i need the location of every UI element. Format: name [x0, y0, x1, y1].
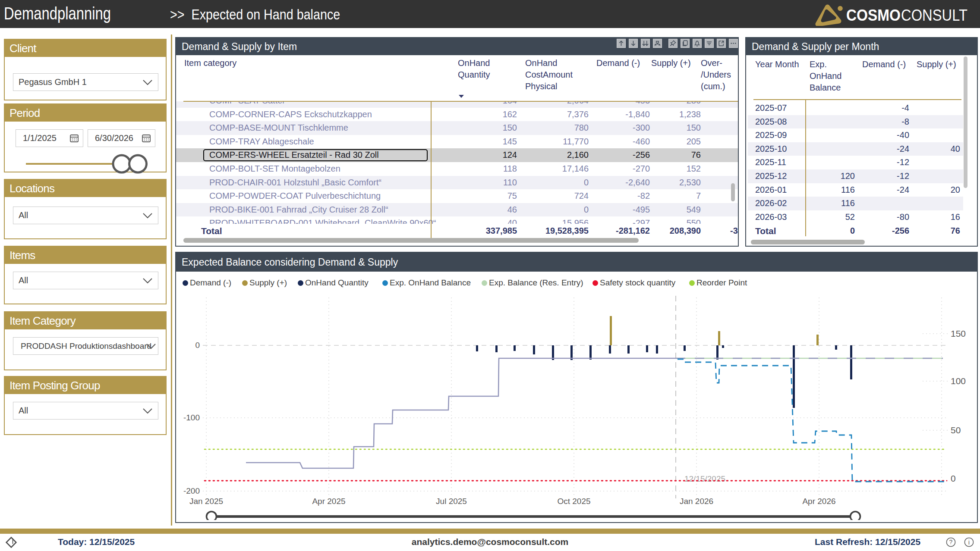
svg-text:CONSULT: CONSULT [901, 6, 967, 24]
svg-text:Jan 2025: Jan 2025 [189, 497, 223, 506]
svg-text:150: 150 [951, 329, 966, 338]
svg-text:i: i [968, 538, 970, 546]
svg-text:-200: -200 [183, 486, 200, 495]
svg-text:0: 0 [195, 341, 200, 350]
svg-text:COSMO: COSMO [846, 6, 901, 24]
svg-text:-100: -100 [183, 413, 200, 422]
svg-text:50: 50 [951, 425, 961, 435]
svg-text:Jul 2025: Jul 2025 [436, 497, 467, 506]
svg-text:Apr 2025: Apr 2025 [312, 497, 345, 506]
svg-text:100: 100 [951, 376, 966, 386]
svg-text:Oct 2025: Oct 2025 [557, 497, 590, 506]
svg-text:?: ? [949, 538, 953, 545]
svg-text:0: 0 [951, 473, 956, 483]
svg-text:Apr 2026: Apr 2026 [802, 497, 835, 506]
svg-text:Jan 2026: Jan 2026 [680, 497, 713, 506]
svg-text:12/15/2025: 12/15/2025 [684, 475, 725, 483]
